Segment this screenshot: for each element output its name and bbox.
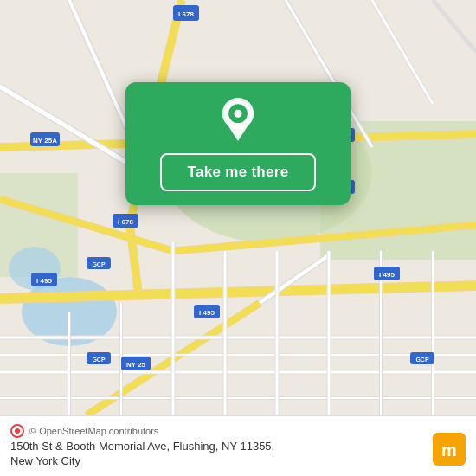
location-pin-icon bbox=[216, 98, 260, 141]
address-line2: New York City bbox=[10, 454, 80, 467]
navigation-card: Take me there bbox=[125, 82, 351, 205]
svg-point-84 bbox=[234, 110, 241, 118]
svg-text:GCP: GCP bbox=[415, 357, 429, 363]
svg-text:I 495: I 495 bbox=[379, 271, 395, 279]
svg-text:I 678: I 678 bbox=[118, 218, 133, 226]
svg-text:NY 25A: NY 25A bbox=[33, 137, 57, 145]
svg-text:I 495: I 495 bbox=[199, 309, 215, 317]
svg-text:I 678: I 678 bbox=[178, 10, 194, 18]
svg-text:NY 25: NY 25 bbox=[126, 361, 146, 369]
svg-text:GCP: GCP bbox=[92, 261, 106, 267]
address-line1: 150th St & Booth Memorial Ave, Flushing,… bbox=[10, 440, 274, 453]
osm-circle-icon bbox=[10, 424, 24, 438]
map-svg: I 678 NY 25A NY 25A NY 25A I 678 I 495 I… bbox=[0, 0, 476, 415]
svg-text:m: m bbox=[441, 441, 457, 460]
svg-marker-82 bbox=[228, 125, 248, 141]
moovit-logo: m bbox=[433, 433, 466, 466]
svg-text:GCP: GCP bbox=[92, 357, 106, 363]
moovit-icon: m bbox=[433, 433, 466, 466]
osm-text: © OpenStreetMap contributors bbox=[29, 426, 158, 436]
osm-logo bbox=[10, 424, 24, 438]
svg-text:I 495: I 495 bbox=[36, 277, 52, 285]
footer: © OpenStreetMap contributors 150th St & … bbox=[0, 415, 476, 476]
osm-attribution: © OpenStreetMap contributors bbox=[10, 424, 466, 438]
address-text: 150th St & Booth Memorial Ave, Flushing,… bbox=[10, 440, 466, 469]
map-container: I 678 NY 25A NY 25A NY 25A I 678 I 495 I… bbox=[0, 0, 476, 415]
svg-point-86 bbox=[15, 428, 20, 434]
take-me-there-button[interactable]: Take me there bbox=[160, 153, 317, 191]
